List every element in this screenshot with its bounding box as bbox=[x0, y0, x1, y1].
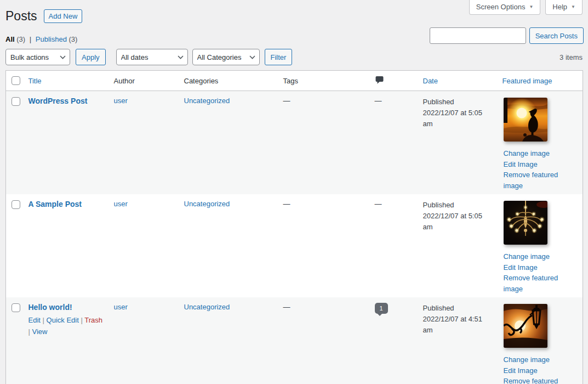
page-title: Posts bbox=[5, 8, 37, 25]
select-all-checkbox[interactable] bbox=[12, 76, 20, 85]
dates-select-wrap: All dates bbox=[116, 49, 188, 65]
column-author-header: Author bbox=[114, 77, 135, 85]
featured-image-actions: Change image Edit Image Remove featured … bbox=[504, 251, 579, 294]
edit-image-link[interactable]: Edit Image bbox=[504, 365, 579, 376]
filter-button[interactable]: Filter bbox=[265, 49, 293, 65]
posts-table: Title Author Categories Tags Date Featur… bbox=[5, 70, 583, 384]
post-title-link[interactable]: Hello world! bbox=[28, 303, 72, 312]
table-header-row: Title Author Categories Tags Date Featur… bbox=[6, 71, 583, 91]
comments-dash: — bbox=[375, 97, 382, 105]
author-link[interactable]: user bbox=[114, 97, 128, 105]
date-value: 2022/12/07 at 5:05 bbox=[423, 211, 494, 222]
view-separator: | bbox=[30, 35, 31, 43]
change-image-link[interactable]: Change image bbox=[504, 251, 579, 262]
author-link[interactable]: user bbox=[114, 303, 128, 311]
bulk-actions-select-wrap: Bulk actions bbox=[5, 49, 70, 65]
row-actions: Edit | Quick Edit | Trash | View bbox=[28, 315, 105, 338]
quick-edit-link[interactable]: Quick Edit bbox=[47, 316, 79, 324]
post-date: Published 2022/12/07 at 4:51 am bbox=[419, 297, 498, 384]
column-categories-header: Categories bbox=[184, 77, 219, 85]
action-separator: | bbox=[43, 316, 44, 324]
table-row: A Sample Post user Uncategorized — — Pub… bbox=[6, 194, 583, 297]
posts-admin-page: Screen Options ▼ Help ▼ Posts Add New Se… bbox=[0, 0, 588, 384]
row-checkbox[interactable] bbox=[12, 200, 20, 209]
column-featured-image-header[interactable]: Featured image bbox=[503, 77, 552, 85]
row-checkbox[interactable] bbox=[12, 303, 20, 312]
table-row: WordPress Post user Uncategorized — — Pu… bbox=[6, 91, 583, 195]
filter-all-link[interactable]: All bbox=[5, 35, 15, 43]
featured-image-thumbnail bbox=[504, 201, 547, 245]
all-count: (3) bbox=[16, 35, 25, 43]
tags-dash: — bbox=[283, 200, 290, 208]
tags-dash: — bbox=[283, 303, 290, 311]
action-separator: | bbox=[28, 327, 30, 336]
screen-options-label: Screen Options bbox=[476, 3, 526, 11]
published-count: (3) bbox=[69, 35, 78, 43]
category-link[interactable]: Uncategorized bbox=[184, 97, 230, 105]
help-label: Help bbox=[552, 3, 567, 11]
post-title-link[interactable]: A Sample Post bbox=[28, 200, 82, 208]
search-input[interactable] bbox=[430, 27, 526, 44]
change-image-link[interactable]: Change image bbox=[504, 354, 579, 365]
featured-image-actions: Change image Edit Image Remove featured … bbox=[504, 148, 579, 191]
filter-published-link[interactable]: Published bbox=[36, 35, 67, 43]
chevron-down-icon: ▼ bbox=[529, 4, 533, 9]
table-row: Hello world! Edit | Quick Edit | Trash |… bbox=[6, 297, 583, 384]
date-meridiem: am bbox=[423, 222, 494, 233]
date-meridiem: am bbox=[423, 325, 494, 336]
help-button[interactable]: Help ▼ bbox=[545, 0, 583, 15]
apply-button[interactable]: Apply bbox=[76, 49, 106, 65]
edit-image-link[interactable]: Edit Image bbox=[504, 262, 579, 273]
date-value: 2022/12/07 at 4:51 bbox=[423, 314, 494, 325]
categories-select-wrap: All Categories bbox=[192, 49, 260, 65]
chevron-down-icon: ▼ bbox=[571, 4, 575, 9]
remove-featured-image-link[interactable]: Remove featured image bbox=[504, 170, 579, 191]
category-link[interactable]: Uncategorized bbox=[184, 200, 230, 208]
dates-select[interactable]: All dates bbox=[116, 49, 188, 65]
add-new-button[interactable]: Add New bbox=[44, 9, 83, 23]
date-meridiem: am bbox=[423, 118, 494, 129]
author-link[interactable]: user bbox=[114, 200, 128, 208]
column-title-header[interactable]: Title bbox=[28, 77, 42, 85]
post-date: Published 2022/12/07 at 5:05 am bbox=[419, 194, 498, 297]
comments-dash: — bbox=[375, 200, 382, 208]
categories-select[interactable]: All Categories bbox=[192, 49, 260, 65]
action-separator: | bbox=[81, 316, 82, 324]
view-filter-links: All (3) | Published (3) bbox=[5, 35, 77, 43]
post-title-link[interactable]: WordPress Post bbox=[28, 97, 88, 105]
post-date: Published 2022/12/07 at 5:05 am bbox=[419, 91, 498, 195]
page-heading: Posts Add New bbox=[5, 8, 82, 25]
row-checkbox[interactable] bbox=[12, 97, 20, 106]
view-link[interactable]: View bbox=[32, 327, 48, 336]
table-toolbar: Bulk actions Apply All dates All Categor… bbox=[5, 49, 583, 65]
edit-image-link[interactable]: Edit Image bbox=[504, 159, 579, 170]
comment-count-badge[interactable]: 1 bbox=[375, 303, 388, 314]
remove-featured-image-link[interactable]: Remove featured image bbox=[504, 376, 579, 384]
bulk-actions-select[interactable]: Bulk actions bbox=[5, 49, 70, 65]
featured-image-thumbnail bbox=[504, 304, 547, 348]
date-value: 2022/12/07 at 5:05 bbox=[423, 108, 494, 118]
search-box: Search Posts bbox=[430, 27, 584, 44]
screen-meta-links: Screen Options ▼ Help ▼ bbox=[469, 0, 583, 15]
search-posts-button[interactable]: Search Posts bbox=[529, 27, 584, 44]
featured-image-thumbnail bbox=[504, 98, 547, 142]
edit-link[interactable]: Edit bbox=[28, 316, 41, 324]
featured-image-actions: Change image Edit Image Remove featured … bbox=[504, 354, 579, 384]
comments-icon bbox=[375, 75, 384, 84]
tags-dash: — bbox=[283, 97, 290, 105]
items-count: 3 items bbox=[560, 53, 583, 61]
date-status: Published bbox=[423, 97, 494, 108]
column-date-header[interactable]: Date bbox=[423, 77, 438, 85]
column-tags-header: Tags bbox=[283, 77, 298, 85]
change-image-link[interactable]: Change image bbox=[504, 148, 579, 159]
date-status: Published bbox=[423, 303, 494, 314]
screen-options-button[interactable]: Screen Options ▼ bbox=[469, 0, 541, 15]
trash-link[interactable]: Trash bbox=[84, 316, 102, 324]
remove-featured-image-link[interactable]: Remove featured image bbox=[504, 273, 579, 294]
date-status: Published bbox=[423, 200, 494, 211]
category-link[interactable]: Uncategorized bbox=[184, 303, 230, 311]
